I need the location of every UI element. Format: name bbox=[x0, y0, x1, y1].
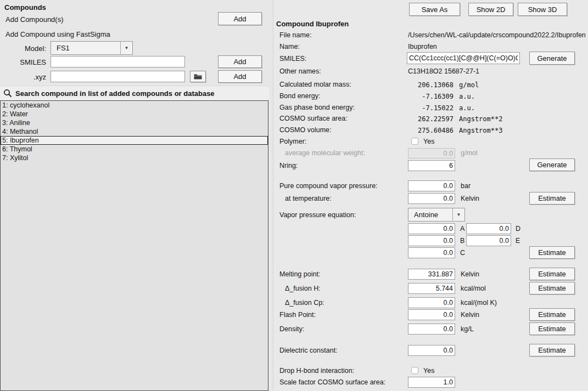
antoine-d-field[interactable] bbox=[466, 223, 511, 234]
antoine-a-field[interactable] bbox=[408, 223, 455, 234]
gas-bond-energy-unit: a.u. bbox=[459, 104, 475, 112]
antoine-e-label: E bbox=[516, 237, 520, 245]
melting-point-field[interactable] bbox=[408, 269, 455, 280]
file-name-label: File name: bbox=[279, 31, 311, 39]
flash-point-label: Flash Point: bbox=[279, 311, 316, 319]
chevron-down-icon: ▼ bbox=[120, 42, 132, 54]
melting-point-label: Melting point: bbox=[279, 270, 320, 278]
cosmo-volume-unit: Angstrom**3 bbox=[459, 127, 502, 134]
bond-energy-unit: a.u. bbox=[459, 93, 475, 100]
estimate-vapor-pressure-button[interactable]: Estimate bbox=[529, 192, 575, 205]
estimate-antoine-button[interactable]: Estimate bbox=[529, 246, 575, 259]
estimate-flash-point-button[interactable]: Estimate bbox=[529, 308, 575, 321]
estimate-fusion-h-button[interactable]: Estimate bbox=[529, 282, 575, 294]
antoine-a-label: A bbox=[460, 225, 464, 233]
estimate-melting-point-button[interactable]: Estimate bbox=[529, 268, 575, 280]
estimate-dielectric-button[interactable]: Estimate bbox=[529, 344, 575, 356]
model-dropdown[interactable]: FS1 ▼ bbox=[51, 41, 133, 55]
gas-bond-energy-value: -7.15022 bbox=[408, 104, 453, 112]
molar-mass-unit: g/mol bbox=[459, 81, 479, 89]
at-temperature-field[interactable] bbox=[408, 193, 455, 204]
fusion-h-label: Δ_fusion H: bbox=[285, 285, 321, 292]
search-bar[interactable]: Search compound in list of added compoun… bbox=[0, 86, 269, 100]
file-name-value: /Users/chen/WL-cal/update/crscompound202… bbox=[408, 31, 588, 39]
polymer-label: Polymer: bbox=[279, 138, 306, 145]
estimate-density-button[interactable]: Estimate bbox=[529, 322, 575, 335]
vapor-pressure-unit: bar bbox=[461, 182, 471, 190]
model-label: Model: bbox=[0, 44, 46, 53]
smiles-input[interactable] bbox=[51, 56, 185, 67]
cosmo-volume-value: 275.60486 bbox=[408, 127, 453, 134]
antoine-c-field[interactable] bbox=[408, 247, 455, 258]
other-names-value: C13H18O2 15687-27-1 bbox=[408, 67, 479, 75]
compounds-panel: Compounds Add Compound(s) Add Add Compou… bbox=[0, 0, 269, 391]
vapor-pressure-label: Pure compound vapor pressure: bbox=[279, 182, 378, 190]
folder-browse-button[interactable] bbox=[190, 71, 206, 82]
antoine-d-label: D bbox=[516, 225, 520, 233]
dielectric-label: Dielectric constant: bbox=[279, 347, 338, 354]
cosmo-volume-label: COSMO volume: bbox=[279, 126, 331, 134]
smiles-field[interactable] bbox=[407, 52, 520, 64]
scale-factor-label: Scale factor COSMO surface area: bbox=[279, 378, 385, 386]
name-label: Name: bbox=[279, 43, 300, 50]
compound-list-item-selected[interactable]: 5: Ibuprofen bbox=[1, 136, 268, 145]
compound-list-item[interactable]: 1: cyclohexanol bbox=[1, 101, 268, 110]
fusion-cp-label: Δ_fusion Cp: bbox=[285, 299, 324, 307]
flash-point-field[interactable] bbox=[408, 309, 455, 320]
density-field[interactable] bbox=[408, 324, 455, 335]
folder-icon bbox=[194, 73, 202, 80]
melting-point-unit: Kelvin bbox=[461, 270, 479, 278]
show-2d-button[interactable]: Show 2D bbox=[468, 3, 513, 16]
antoine-e-field[interactable] bbox=[466, 235, 511, 246]
antoine-b-label: B bbox=[460, 237, 464, 245]
compound-list-item[interactable]: 3: Aniline bbox=[1, 118, 268, 127]
nring-label: Nring: bbox=[279, 162, 298, 169]
polymer-yes-checkbox[interactable] bbox=[411, 138, 418, 145]
compounds-panel-title: Compounds bbox=[4, 3, 46, 12]
vapor-pressure-field[interactable] bbox=[408, 180, 455, 191]
generate-smiles-button[interactable]: Generate bbox=[529, 52, 575, 65]
name-value: Ibuprofen bbox=[408, 43, 437, 50]
dielectric-field[interactable] bbox=[408, 345, 455, 356]
bond-energy-label: Bond energy: bbox=[279, 92, 320, 100]
compound-list-item[interactable]: 4: Methanol bbox=[1, 127, 268, 136]
compound-detail-title: Compound Ibuprofen bbox=[276, 20, 349, 28]
antoine-b-field[interactable] bbox=[408, 235, 455, 246]
fastsigma-section-label: Add Compound using FastSigma bbox=[5, 30, 110, 38]
density-unit: kg/L bbox=[461, 325, 474, 333]
compound-list-item[interactable]: 7: Xylitol bbox=[1, 154, 268, 162]
flash-point-unit: Kelvin bbox=[461, 311, 479, 319]
compound-list-item[interactable]: 2: Water bbox=[1, 110, 268, 118]
avg-mol-weight-field bbox=[408, 148, 455, 158]
cosmo-area-unit: Angstrom**2 bbox=[459, 115, 502, 123]
add-smiles-button[interactable]: Add bbox=[218, 55, 262, 68]
xyz-path-input[interactable] bbox=[51, 71, 185, 82]
fusion-cp-field[interactable] bbox=[408, 297, 455, 308]
vp-equation-dropdown[interactable]: Antoine ▼ bbox=[408, 208, 465, 222]
search-bar-label: Search compound in list of added compoun… bbox=[15, 89, 215, 98]
other-names-label: Other names: bbox=[279, 67, 321, 75]
xyz-label: .xyz bbox=[0, 73, 46, 81]
avg-mol-weight-unit: g/mol bbox=[461, 149, 478, 157]
scale-factor-field[interactable] bbox=[408, 377, 455, 388]
fusion-h-field[interactable] bbox=[408, 283, 455, 294]
add-xyz-button[interactable]: Add bbox=[218, 70, 262, 83]
generate-nring-button[interactable]: Generate bbox=[529, 158, 575, 171]
avg-mol-weight-label: average molecular weight: bbox=[285, 149, 365, 157]
compound-list[interactable]: 1: cyclohexanol 2: Water 3: Aniline 4: M… bbox=[0, 100, 268, 391]
chevron-down-icon: ▼ bbox=[452, 208, 464, 221]
nring-field[interactable] bbox=[408, 160, 455, 171]
compound-detail-panel: Save As Show 2D Show 3D Compound Ibuprof… bbox=[273, 0, 588, 391]
fusion-cp-unit: kcal/(mol K) bbox=[461, 299, 497, 307]
bond-energy-value: -7.16309 bbox=[408, 93, 453, 100]
gas-bond-energy-label: Gas phase bond energy: bbox=[279, 104, 355, 111]
compound-list-item[interactable]: 6: Thymol bbox=[1, 145, 268, 154]
save-as-button[interactable]: Save As bbox=[409, 3, 460, 16]
at-temperature-label: at temperature: bbox=[285, 195, 332, 202]
show-3d-button[interactable]: Show 3D bbox=[518, 3, 567, 16]
drop-hbond-yes-label: Yes bbox=[423, 367, 434, 375]
drop-hbond-yes-checkbox[interactable] bbox=[411, 367, 418, 374]
antoine-c-label: C bbox=[460, 249, 465, 257]
add-compounds-button[interactable]: Add bbox=[218, 12, 262, 25]
vp-equation-label: Vapor pressure equation: bbox=[279, 211, 356, 219]
